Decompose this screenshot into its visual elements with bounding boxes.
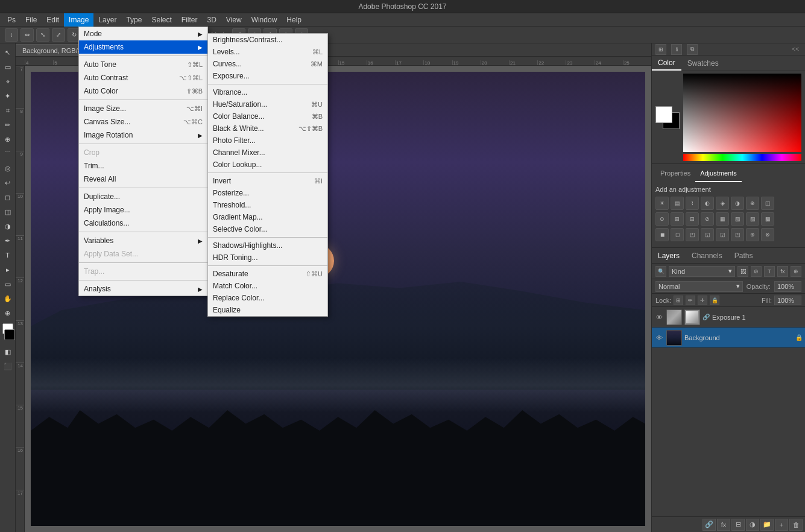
layer-row-exposure[interactable]: 👁 🔗 Exposure 1 — [652, 307, 805, 328]
sub-color-lookup[interactable]: Color Lookup... — [208, 159, 327, 171]
layer-visibility-exposure[interactable]: 👁 — [654, 312, 664, 322]
layer-new-btn[interactable]: + — [775, 519, 788, 531]
adj-curves[interactable]: ⌇ — [686, 197, 699, 210]
options-btn-3[interactable]: ⤡ — [36, 28, 49, 42]
sub-desaturate[interactable]: Desaturate ⇧⌘U — [208, 268, 327, 280]
menu-item-auto-tone[interactable]: Auto Tone ⇧⌘L — [79, 58, 207, 71]
healing-tool[interactable]: ⊕ — [1, 133, 14, 146]
opacity-input[interactable]: 100% — [774, 281, 801, 292]
adj-color-balance[interactable]: ⊕ — [746, 197, 759, 210]
menu-view[interactable]: View — [221, 13, 247, 27]
brush-tool[interactable]: ⌒ — [1, 147, 14, 160]
kind-dropdown[interactable]: Kind ▾ — [669, 266, 735, 277]
adj-selective-color[interactable]: ▩ — [761, 212, 774, 226]
menu-item-image-rotation[interactable]: Image Rotation ▶ — [79, 128, 207, 142]
gradient-tool[interactable]: ◫ — [1, 205, 14, 218]
adj-channel-mixer[interactable]: ⊞ — [671, 212, 684, 226]
history-brush-tool[interactable]: ↩ — [1, 176, 14, 189]
menu-edit[interactable]: Edit — [42, 13, 64, 27]
menu-photoshop[interactable]: Ps — [2, 13, 21, 27]
adj-hue-sat[interactable]: ◑ — [731, 197, 744, 210]
options-btn-1[interactable]: ↕ — [5, 28, 18, 42]
adj-icon-extra-8[interactable]: ⊗ — [761, 228, 774, 241]
menu-help[interactable]: Help — [282, 13, 306, 27]
sub-threshold[interactable]: Threshold... — [208, 199, 327, 211]
sub-vibrance[interactable]: Vibrance... — [208, 86, 327, 98]
layer-mask-btn[interactable]: ⊟ — [731, 519, 745, 531]
tab-channels[interactable]: Channels — [686, 248, 728, 263]
adj-icon-extra-6[interactable]: ◳ — [731, 228, 744, 241]
sub-selective-color[interactable]: Selective Color... — [208, 223, 327, 235]
menu-window[interactable]: Window — [247, 13, 282, 27]
eyedropper-tool[interactable]: ✏ — [1, 118, 14, 131]
adj-icon-extra-4[interactable]: ◱ — [701, 228, 714, 241]
menu-filter[interactable]: Filter — [177, 13, 203, 27]
adj-color-lookup[interactable]: ⊟ — [686, 212, 699, 226]
image-dropdown-menu[interactable]: Mode ▶ Adjustments ▶ Auto Tone ⇧⌘L Auto … — [78, 27, 208, 296]
text-tool[interactable]: T — [1, 249, 14, 262]
quick-select-tool[interactable]: ✦ — [1, 89, 14, 103]
layer-fx-btn[interactable]: fx — [717, 519, 730, 531]
sub-color-balance[interactable]: Color Balance... ⌘B — [208, 110, 327, 122]
zoom-tool[interactable]: ⊕ — [1, 306, 14, 320]
path-select-tool[interactable]: ▸ — [1, 263, 14, 276]
layer-delete-btn[interactable]: 🗑 — [789, 519, 803, 531]
layer-visibility-background[interactable]: 👁 — [654, 333, 664, 343]
adj-icon-extra-3[interactable]: ◰ — [686, 228, 699, 241]
lock-move-btn[interactable]: ✛ — [698, 296, 707, 305]
sub-channel-mixer[interactable]: Channel Mixer... — [208, 147, 327, 159]
menu-item-image-size[interactable]: Image Size... ⌥⌘I — [79, 102, 207, 115]
options-btn-2[interactable]: ⇔ — [21, 28, 34, 42]
menu-item-auto-color[interactable]: Auto Color ⇧⌘B — [79, 84, 207, 98]
menu-select[interactable]: Select — [147, 13, 176, 27]
layer-ctrl-2[interactable]: ⊘ — [751, 266, 762, 277]
shape-tool[interactable]: ▭ — [1, 277, 14, 291]
lock-pos-btn[interactable]: ⊞ — [674, 296, 683, 305]
layer-adj-btn[interactable]: ◑ — [746, 519, 759, 531]
sub-levels[interactable]: Levels... ⌘L — [208, 46, 327, 58]
sub-curves[interactable]: Curves... ⌘M — [208, 58, 327, 70]
menu-item-variables[interactable]: Variables ▶ — [79, 234, 207, 247]
adj-exposure[interactable]: ◐ — [701, 197, 714, 210]
menu-item-auto-contrast[interactable]: Auto Contrast ⌥⇧⌘L — [79, 71, 207, 84]
sub-gradient-map[interactable]: Gradient Map... — [208, 211, 327, 223]
sub-brightness-contrast[interactable]: Brightness/Contrast... — [208, 34, 327, 46]
menu-image[interactable]: Image — [64, 13, 93, 27]
menu-item-reveal-all[interactable]: Reveal All — [79, 173, 207, 186]
layer-link-btn[interactable]: 🔗 — [702, 519, 716, 531]
adj-icon-extra-5[interactable]: ◲ — [716, 228, 729, 241]
adj-vibrance[interactable]: ◈ — [716, 197, 729, 210]
adj-brightness[interactable]: ☀ — [655, 197, 669, 210]
sub-replace-color[interactable]: Replace Color... — [208, 292, 327, 304]
sub-exposure[interactable]: Exposure... — [208, 70, 327, 82]
move-tool[interactable]: ↖ — [1, 46, 14, 59]
layer-row-background[interactable]: 👁 Background 🔒 — [652, 328, 805, 348]
layer-filter-icon[interactable]: 🔍 — [655, 266, 666, 277]
tab-swatches[interactable]: Swatches — [681, 55, 725, 71]
adj-photo-filter[interactable]: ⊙ — [655, 212, 669, 226]
menu-file[interactable]: File — [21, 13, 42, 27]
sub-photo-filter[interactable]: Photo Filter... — [208, 135, 327, 147]
adj-levels[interactable]: ▤ — [671, 197, 684, 210]
color-gradient[interactable] — [683, 74, 801, 152]
hand-tool[interactable]: ✋ — [1, 292, 14, 305]
lock-pixel-btn[interactable]: ✏ — [686, 296, 695, 305]
menu-item-mode[interactable]: Mode ▶ — [79, 27, 207, 40]
menu-type[interactable]: Type — [121, 13, 147, 27]
screen-mode-btn[interactable]: ⬛ — [1, 359, 14, 373]
adj-icon-extra-2[interactable]: ◻ — [671, 228, 684, 241]
sub-match-color[interactable]: Match Color... — [208, 280, 327, 292]
adj-bw[interactable]: ◫ — [761, 197, 774, 210]
sub-hue-sat[interactable]: Hue/Saturation... ⌘U — [208, 98, 327, 110]
panel-icon-2[interactable]: ℹ — [671, 44, 682, 55]
sub-shadows-highlights[interactable]: Shadows/Highlights... — [208, 239, 327, 252]
layer-group-btn[interactable]: 📁 — [760, 519, 774, 531]
eraser-tool[interactable]: ◻ — [1, 191, 14, 204]
adj-gradient-map[interactable]: ▨ — [746, 212, 759, 226]
adj-invert[interactable]: ⊘ — [701, 212, 714, 226]
sub-posterize[interactable]: Posterize... — [208, 187, 327, 199]
tab-color[interactable]: Color — [652, 55, 681, 71]
tab-properties[interactable]: Properties — [655, 168, 695, 182]
menu-item-apply-image[interactable]: Apply Image... — [79, 203, 207, 217]
layer-ctrl-5[interactable]: ⊕ — [791, 266, 801, 277]
